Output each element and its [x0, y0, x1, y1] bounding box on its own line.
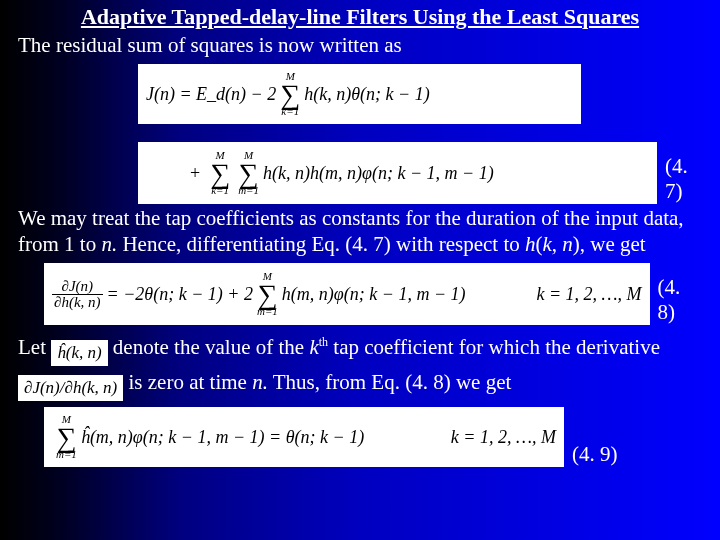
equation-4-7-line2: + M ∑ k=1 M ∑ m=1 h(k, n)h(m, n)φ(n; k −…	[138, 142, 657, 204]
equation-4-8: ∂J(n) ∂h(k, n) = −2θ(n; k − 1) + 2 M ∑ m…	[44, 263, 650, 325]
eq47-lhs: J(n) = E_d(n) − 2	[146, 84, 276, 105]
hhat-inline: ĥ(k, n)	[51, 340, 107, 366]
slide-content: Adaptive Tapped-delay-line Filters Using…	[0, 0, 720, 467]
equation-4-7-line1: J(n) = E_d(n) − 2 M ∑ k=1 h(k, n)θ(n; k …	[138, 64, 581, 124]
equation-ref-4-9: (4. 9)	[572, 442, 618, 467]
partial-frac: ∂J(n) ∂h(k, n)	[52, 279, 103, 310]
let-paragraph: Let ĥ(k, n) denote the value of the kth …	[18, 331, 702, 401]
equation-ref-4-8: (4. 8)	[658, 275, 702, 325]
eq47-body: h(k, n)h(m, n)φ(n; k − 1, m − 1)	[263, 163, 494, 184]
eq49-cond: k = 1, 2, …, M	[451, 427, 556, 448]
equation-4-9: M ∑ m=1 ĥ(m, n)φ(n; k − 1, m − 1) = θ(n;…	[44, 407, 564, 467]
paragraph-4-7: We may treat the tap coefficients as con…	[18, 206, 702, 257]
slide-title: Adaptive Tapped-delay-line Filters Using…	[18, 4, 702, 30]
partial-inline: ∂J(n)/∂h(k, n)	[18, 375, 123, 401]
intro-text: The residual sum of squares is now writt…	[18, 32, 702, 58]
sum-symbol: M ∑ m=1	[238, 151, 259, 196]
sum-symbol: M ∑ m=1	[257, 272, 278, 317]
sum-symbol: M ∑ k=1	[280, 72, 300, 117]
eq48-cond: k = 1, 2, …, M	[536, 284, 641, 305]
equation-4-8-block: ∂J(n) ∂h(k, n) = −2θ(n; k − 1) + 2 M ∑ m…	[44, 263, 702, 325]
equation-ref-4-7: (4. 7)	[665, 154, 709, 204]
eq47-rhs: h(k, n)θ(n; k − 1)	[304, 84, 429, 105]
equation-4-9-block: M ∑ m=1 ĥ(m, n)φ(n; k − 1, m − 1) = θ(n;…	[44, 407, 702, 467]
sum-symbol: M ∑ k=1	[210, 151, 230, 196]
equation-4-7-block: J(n) = E_d(n) − 2 M ∑ k=1 h(k, n)θ(n; k …	[138, 64, 702, 204]
sum-symbol: M ∑ m=1	[56, 415, 77, 460]
